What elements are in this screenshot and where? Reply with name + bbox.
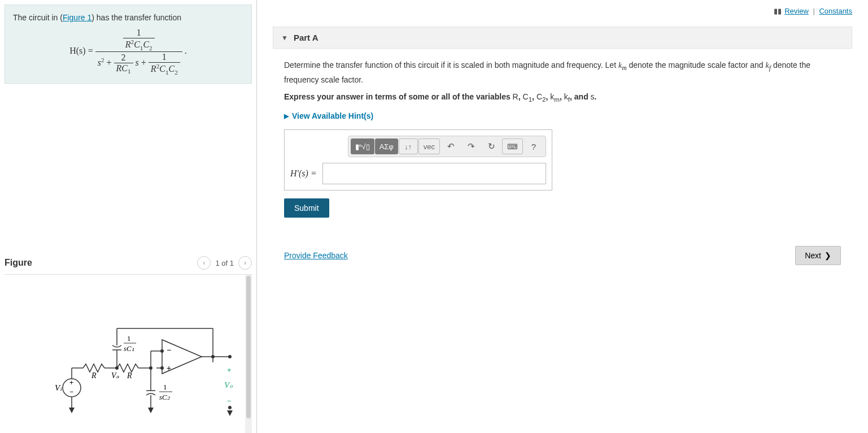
redo-button[interactable]: ↷ (461, 138, 481, 154)
link-separator: | (813, 7, 814, 15)
label-r1: R (91, 371, 97, 380)
vec-button[interactable]: vec (418, 138, 440, 154)
figure-title: Figure (5, 258, 32, 268)
label-vo: Vₒ (224, 380, 233, 389)
review-link[interactable]: Review (784, 7, 809, 15)
hints-arrow-icon: ▶ (284, 112, 289, 120)
eq-num-top: 1 (123, 28, 155, 38)
instruction-main: Determine the transfer function of this … (284, 59, 841, 86)
circuit-diagram-svg: R Vₐ R 1 sC₁ (21, 289, 235, 419)
eq-trail: . (185, 46, 187, 55)
problem-statement: The circuit in (Figure 1) has the transf… (5, 5, 252, 84)
answer-input-row: H'(s) = (290, 163, 546, 184)
part-title: Part A (294, 33, 319, 42)
label-va: Vₐ (111, 371, 120, 380)
figure-header: Figure ‹ 1 of 1 › (5, 252, 252, 275)
eq-den-frac1-num: 2 (114, 53, 133, 63)
vi-plus: + (69, 379, 73, 387)
reset-button[interactable]: ↻ (482, 138, 501, 154)
figure-image: R Vₐ R 1 sC₁ (5, 275, 252, 433)
submit-button[interactable]: Submit (284, 198, 329, 218)
problem-text: The circuit in (Figure 1) has the transf… (13, 13, 243, 22)
transfer-function-equation: H(s) = 1 R2C1C2 s2 + 2 RC1 (13, 28, 243, 75)
instruction-bold: Express your answer in terms of some or … (284, 92, 841, 103)
figure-scrollbar-thumb[interactable] (246, 276, 251, 418)
subsup-button[interactable]: ↓↑ (399, 138, 418, 154)
top-links: ▮▮ Review | Constants (273, 7, 852, 15)
figure-1-link[interactable]: Figure 1 (63, 13, 91, 22)
figure-scrollbar[interactable] (245, 275, 252, 433)
figure-section: Figure ‹ 1 of 1 › R Vₐ (5, 252, 252, 433)
answer-input[interactable] (322, 163, 546, 184)
help-button[interactable]: ? (524, 138, 543, 154)
svg-point-25 (228, 355, 232, 358)
label-r2: R (127, 371, 132, 380)
svg-marker-14 (148, 408, 154, 413)
vi-minus: − (69, 388, 73, 396)
keyboard-button[interactable]: ⌨ (502, 138, 523, 154)
svg-marker-27 (227, 410, 233, 416)
svg-marker-32 (69, 408, 75, 413)
book-icon: ▮▮ (774, 7, 782, 15)
svg-point-19 (160, 349, 164, 353)
equation-toolbar: ▮ⁿ√▯ ΑΣφ ↓↑ vec ↶ ↷ ↻ ⌨ ? (348, 136, 546, 157)
undo-button[interactable]: ↶ (441, 138, 460, 154)
vo-plus: + (227, 366, 232, 374)
figure-count: 1 of 1 (215, 259, 234, 267)
next-button[interactable]: Next ❯ (795, 246, 841, 265)
view-hints-link[interactable]: ▶ View Available Hint(s) (284, 111, 373, 120)
svg-point-28 (228, 406, 232, 409)
eq-den-frac2-num: 1 (149, 52, 180, 63)
templates-button[interactable]: ▮ⁿ√▯ (351, 138, 374, 154)
provide-feedback-link[interactable]: Provide Feedback (284, 251, 348, 260)
problem-intro-post: ) has the transfer function (91, 13, 181, 22)
part-a-body: Determine the transfer function of this … (273, 59, 852, 265)
eq-lhs: H(s) = (69, 46, 93, 55)
problem-intro-pre: The circuit in ( (13, 13, 63, 22)
label-vi: Vᵢ (55, 383, 62, 392)
opamp-minus: − (167, 345, 171, 354)
left-panel: The circuit in (Figure 1) has the transf… (0, 0, 257, 433)
figure-next-button[interactable]: › (238, 256, 252, 270)
right-panel: ▮▮ Review | Constants ▼ Part A Determine… (257, 0, 868, 433)
next-label: Next (805, 251, 821, 260)
answer-box: ▮ⁿ√▯ ΑΣφ ↓↑ vec ↶ ↷ ↻ ⌨ ? H'(s) = (284, 129, 552, 190)
greek-button[interactable]: ΑΣφ (375, 138, 398, 154)
collapse-arrow-icon: ▼ (281, 34, 288, 42)
vo-minus: − (227, 397, 232, 405)
constants-link[interactable]: Constants (819, 7, 852, 15)
bottom-row: Provide Feedback Next ❯ (284, 246, 841, 265)
opamp-plus: + (167, 363, 171, 373)
figure-prev-button[interactable]: ‹ (197, 256, 211, 270)
hints-label: View Available Hint(s) (292, 111, 373, 120)
part-a-header[interactable]: ▼ Part A (273, 27, 852, 49)
answer-label: H'(s) = (290, 168, 317, 179)
chevron-right-icon: ❯ (825, 251, 831, 260)
figure-nav: ‹ 1 of 1 › (197, 256, 252, 270)
